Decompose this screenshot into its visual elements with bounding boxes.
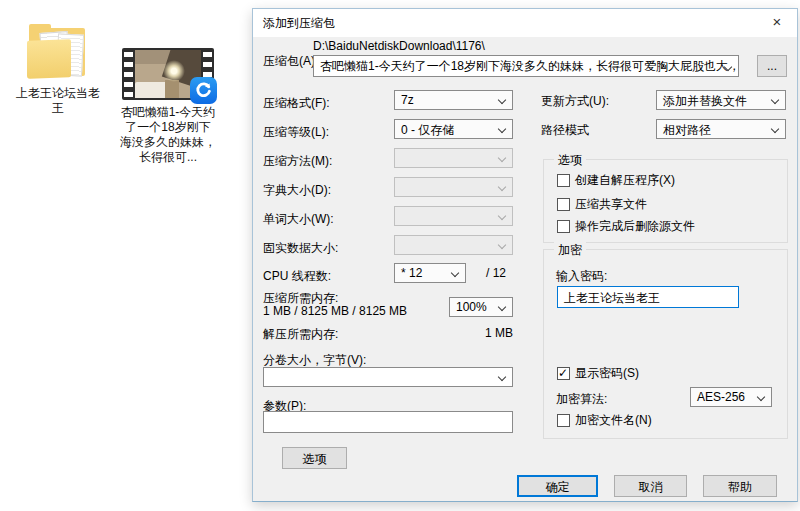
decompress-memory-label: 解压所需内存: [263,326,338,343]
encrypt-filenames-checkbox-row[interactable]: 加密文件名(N) [557,412,652,429]
format-label: 压缩格式(F): [263,95,330,112]
path-mode-value: 相对路径 [663,123,711,137]
dictionary-label: 字典大小(D): [263,182,331,199]
ok-button[interactable]: 确定 [517,475,598,497]
archive-name-combobox[interactable]: 杏吧懒猫1-今天约了一个18岁刚下海没多久的妹妹，长得很可爱胸大屁股也大，下面没… [313,55,739,77]
chevron-down-icon [498,303,506,311]
delete-after-checkbox[interactable] [557,220,570,233]
desktop-icon-folder[interactable]: 上老王论坛当老王 [8,24,108,116]
chevron-down-icon [498,125,506,133]
level-value: 0 - 仅存储 [401,123,454,137]
decompress-memory-value: 1 MB [453,326,513,340]
show-password-checkbox-row[interactable]: 显示密码(S) [557,365,639,382]
create-sfx-checkbox-row[interactable]: 创建自解压程序(X) [557,172,675,189]
options-button[interactable]: 选项 [282,447,347,469]
filmstrip-left [124,50,133,98]
help-button[interactable]: 帮助 [703,475,777,497]
encrypt-filenames-checkbox[interactable] [557,414,570,427]
level-label: 压缩等级(L): [263,124,329,141]
format-value: 7z [401,93,414,107]
chevron-down-icon [498,212,506,220]
chevron-down-icon [498,96,506,104]
compress-shared-checkbox[interactable] [557,198,570,211]
folder-icon-label: 上老王论坛当老王 [12,86,104,116]
update-mode-label: 更新方式(U): [541,93,609,110]
show-password-label[interactable]: 显示密码(S) [575,365,639,382]
desktop-icon-video[interactable]: 杏吧懒猫1-今天约了一个18岁刚下海没多久的妹妹，长得很可... [120,48,216,165]
solid-size-label: 固实数据大小: [263,240,338,257]
add-to-archive-dialog: 添加到压缩包 × 压缩包(A) D:\BaiduNetdiskDownload\… [252,8,798,502]
chevron-down-icon [498,373,506,381]
volume-size-combobox[interactable] [263,367,513,387]
dialog-titlebar[interactable]: 添加到压缩包 × [253,9,797,37]
dialog-title: 添加到压缩包 [263,9,335,37]
delete-after-checkbox-row[interactable]: 操作完成后删除源文件 [557,218,695,235]
bed [135,82,169,98]
nightstand [165,80,179,98]
options-group: 选项 创建自解压程序(X) 压缩共享文件 操作完成后删除源文件 [543,159,788,243]
chevron-down-icon [498,183,506,191]
parameters-input[interactable] [263,411,513,433]
chevron-down-icon [771,96,779,104]
method-combobox [394,148,513,168]
solid-size-combobox [394,235,513,255]
encryption-method-label: 加密算法: [556,391,607,408]
lamp-glow [163,60,185,82]
create-sfx-label[interactable]: 创建自解压程序(X) [575,172,675,189]
memory-percent-value: 100% [456,300,487,314]
options-group-title: 选项 [554,152,586,169]
close-icon[interactable]: × [757,9,797,37]
update-mode-value: 添加并替换文件 [663,94,747,108]
archive-label: 压缩包(A) [263,53,315,70]
method-label: 压缩方法(M): [263,153,332,170]
path-mode-combobox[interactable]: 相对路径 [656,119,786,139]
update-mode-combobox[interactable]: 添加并替换文件 [656,90,786,110]
cpu-threads-label: CPU 线程数: [263,268,331,285]
folder-icon [27,24,89,80]
chevron-down-icon [498,154,506,162]
chevron-down-icon [451,269,459,277]
browse-button[interactable]: ... [757,55,787,77]
memory-usage-detail: 1 MB / 8125 MB / 8125 MB [263,304,407,318]
circular-arrow-icon [194,81,213,100]
cancel-button[interactable]: 取消 [614,475,687,497]
encrypt-filenames-label[interactable]: 加密文件名(N) [575,412,652,429]
format-combobox[interactable]: 7z [394,90,513,110]
video-thumbnail-icon [122,48,214,100]
path-mode-label: 路径模式 [541,122,589,139]
delete-after-label[interactable]: 操作完成后删除源文件 [575,218,695,235]
compress-shared-checkbox-row[interactable]: 压缩共享文件 [557,196,647,213]
dictionary-combobox [394,177,513,197]
memory-percent-combobox[interactable]: 100% [449,297,513,317]
word-size-label: 单词大小(W): [263,211,334,228]
level-combobox[interactable]: 0 - 仅存储 [394,119,513,139]
player-badge-icon [190,77,217,104]
desktop: 上老王论坛当老王 杏吧懒猫1-今天约了一个18岁刚下海没多久的妹妹，长得很可..… [0,0,800,511]
show-password-checkbox[interactable] [557,367,570,380]
chevron-down-icon [498,241,506,249]
cpu-threads-total: / 12 [486,266,506,280]
encryption-method-value: AES-256 [697,390,745,404]
encryption-group-title: 加密 [554,242,586,259]
archive-path: D:\BaiduNetdiskDownload\1176\ [313,39,485,53]
video-icon-label: 杏吧懒猫1-今天约了一个18岁刚下海没多久的妹妹，长得很可... [120,105,216,165]
folder-front [27,39,71,79]
chevron-down-icon [757,393,765,401]
cpu-threads-combobox[interactable]: * 12 [394,263,466,283]
password-input[interactable]: 上老王论坛当老王 [557,286,739,308]
cpu-threads-value: * 12 [401,266,422,280]
encryption-group: 加密 输入密码: 上老王论坛当老王 显示密码(S) 加密算法: AES-256 … [543,249,788,439]
compress-shared-label[interactable]: 压缩共享文件 [575,196,647,213]
chevron-down-icon [771,125,779,133]
archive-name-value: 杏吧懒猫1-今天约了一个18岁刚下海没多久的妹妹，长得很可爱胸大屁股也大，下面没… [320,59,739,73]
encryption-method-combobox[interactable]: AES-256 [690,387,772,407]
password-label: 输入密码: [556,268,607,285]
create-sfx-checkbox[interactable] [557,174,570,187]
word-size-combobox [394,206,513,226]
